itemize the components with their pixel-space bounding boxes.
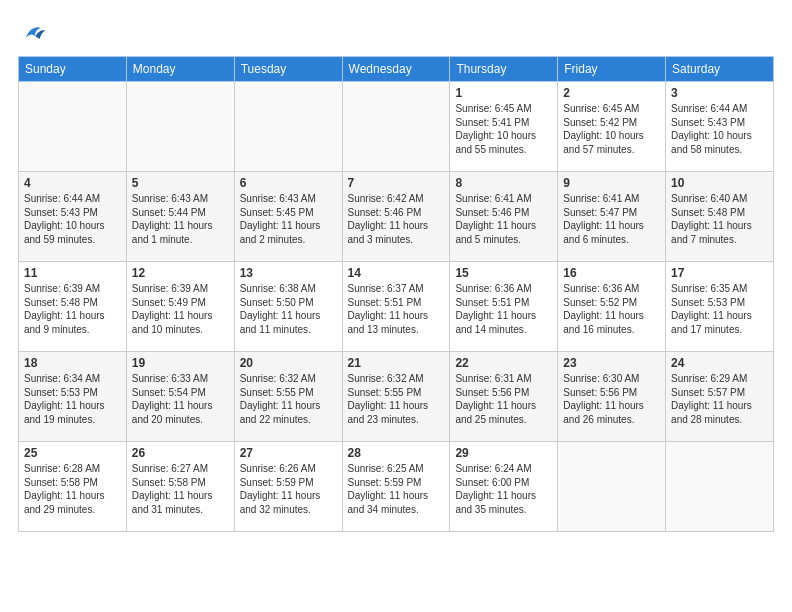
day-number: 24 xyxy=(671,356,768,370)
day-info: Sunrise: 6:25 AM Sunset: 5:59 PM Dayligh… xyxy=(348,463,429,515)
day-number: 20 xyxy=(240,356,337,370)
day-info: Sunrise: 6:44 AM Sunset: 5:43 PM Dayligh… xyxy=(24,193,105,245)
day-info: Sunrise: 6:36 AM Sunset: 5:52 PM Dayligh… xyxy=(563,283,644,335)
calendar-cell: 23Sunrise: 6:30 AM Sunset: 5:56 PM Dayli… xyxy=(558,352,666,442)
day-number: 15 xyxy=(455,266,552,280)
calendar-cell: 5Sunrise: 6:43 AM Sunset: 5:44 PM Daylig… xyxy=(126,172,234,262)
calendar-week-row: 18Sunrise: 6:34 AM Sunset: 5:53 PM Dayli… xyxy=(19,352,774,442)
calendar-cell: 18Sunrise: 6:34 AM Sunset: 5:53 PM Dayli… xyxy=(19,352,127,442)
calendar-cell: 26Sunrise: 6:27 AM Sunset: 5:58 PM Dayli… xyxy=(126,442,234,532)
calendar-cell: 19Sunrise: 6:33 AM Sunset: 5:54 PM Dayli… xyxy=(126,352,234,442)
day-number: 25 xyxy=(24,446,121,460)
day-number: 3 xyxy=(671,86,768,100)
calendar-cell: 25Sunrise: 6:28 AM Sunset: 5:58 PM Dayli… xyxy=(19,442,127,532)
calendar-day-header: Saturday xyxy=(666,57,774,82)
day-number: 16 xyxy=(563,266,660,280)
calendar-cell: 3Sunrise: 6:44 AM Sunset: 5:43 PM Daylig… xyxy=(666,82,774,172)
day-number: 14 xyxy=(348,266,445,280)
day-info: Sunrise: 6:43 AM Sunset: 5:45 PM Dayligh… xyxy=(240,193,321,245)
day-number: 5 xyxy=(132,176,229,190)
day-info: Sunrise: 6:34 AM Sunset: 5:53 PM Dayligh… xyxy=(24,373,105,425)
day-number: 9 xyxy=(563,176,660,190)
calendar-cell: 14Sunrise: 6:37 AM Sunset: 5:51 PM Dayli… xyxy=(342,262,450,352)
day-number: 10 xyxy=(671,176,768,190)
calendar-cell xyxy=(19,82,127,172)
calendar-cell xyxy=(234,82,342,172)
calendar-week-row: 1Sunrise: 6:45 AM Sunset: 5:41 PM Daylig… xyxy=(19,82,774,172)
day-info: Sunrise: 6:32 AM Sunset: 5:55 PM Dayligh… xyxy=(240,373,321,425)
calendar-day-header: Tuesday xyxy=(234,57,342,82)
day-number: 19 xyxy=(132,356,229,370)
calendar-cell: 24Sunrise: 6:29 AM Sunset: 5:57 PM Dayli… xyxy=(666,352,774,442)
day-info: Sunrise: 6:28 AM Sunset: 5:58 PM Dayligh… xyxy=(24,463,105,515)
page: SundayMondayTuesdayWednesdayThursdayFrid… xyxy=(0,0,792,612)
day-info: Sunrise: 6:37 AM Sunset: 5:51 PM Dayligh… xyxy=(348,283,429,335)
calendar-cell xyxy=(558,442,666,532)
day-number: 18 xyxy=(24,356,121,370)
calendar-day-header: Monday xyxy=(126,57,234,82)
day-info: Sunrise: 6:35 AM Sunset: 5:53 PM Dayligh… xyxy=(671,283,752,335)
day-info: Sunrise: 6:44 AM Sunset: 5:43 PM Dayligh… xyxy=(671,103,752,155)
day-number: 7 xyxy=(348,176,445,190)
day-number: 29 xyxy=(455,446,552,460)
calendar-day-header: Sunday xyxy=(19,57,127,82)
header xyxy=(18,18,774,46)
calendar-cell: 22Sunrise: 6:31 AM Sunset: 5:56 PM Dayli… xyxy=(450,352,558,442)
calendar-cell: 11Sunrise: 6:39 AM Sunset: 5:48 PM Dayli… xyxy=(19,262,127,352)
calendar-day-header: Wednesday xyxy=(342,57,450,82)
calendar-cell: 8Sunrise: 6:41 AM Sunset: 5:46 PM Daylig… xyxy=(450,172,558,262)
day-number: 8 xyxy=(455,176,552,190)
calendar-day-header: Thursday xyxy=(450,57,558,82)
calendar-cell: 15Sunrise: 6:36 AM Sunset: 5:51 PM Dayli… xyxy=(450,262,558,352)
day-number: 28 xyxy=(348,446,445,460)
day-number: 23 xyxy=(563,356,660,370)
calendar-cell: 10Sunrise: 6:40 AM Sunset: 5:48 PM Dayli… xyxy=(666,172,774,262)
day-info: Sunrise: 6:43 AM Sunset: 5:44 PM Dayligh… xyxy=(132,193,213,245)
day-info: Sunrise: 6:38 AM Sunset: 5:50 PM Dayligh… xyxy=(240,283,321,335)
calendar-cell xyxy=(342,82,450,172)
day-info: Sunrise: 6:39 AM Sunset: 5:49 PM Dayligh… xyxy=(132,283,213,335)
calendar-header-row: SundayMondayTuesdayWednesdayThursdayFrid… xyxy=(19,57,774,82)
day-info: Sunrise: 6:24 AM Sunset: 6:00 PM Dayligh… xyxy=(455,463,536,515)
day-number: 13 xyxy=(240,266,337,280)
calendar-cell: 29Sunrise: 6:24 AM Sunset: 6:00 PM Dayli… xyxy=(450,442,558,532)
calendar-week-row: 11Sunrise: 6:39 AM Sunset: 5:48 PM Dayli… xyxy=(19,262,774,352)
day-number: 2 xyxy=(563,86,660,100)
day-number: 4 xyxy=(24,176,121,190)
day-number: 12 xyxy=(132,266,229,280)
logo-bird-icon xyxy=(20,18,48,46)
calendar-cell: 17Sunrise: 6:35 AM Sunset: 5:53 PM Dayli… xyxy=(666,262,774,352)
calendar-week-row: 25Sunrise: 6:28 AM Sunset: 5:58 PM Dayli… xyxy=(19,442,774,532)
day-number: 26 xyxy=(132,446,229,460)
day-info: Sunrise: 6:30 AM Sunset: 5:56 PM Dayligh… xyxy=(563,373,644,425)
calendar-cell: 4Sunrise: 6:44 AM Sunset: 5:43 PM Daylig… xyxy=(19,172,127,262)
calendar-cell: 20Sunrise: 6:32 AM Sunset: 5:55 PM Dayli… xyxy=(234,352,342,442)
day-number: 11 xyxy=(24,266,121,280)
calendar-cell: 7Sunrise: 6:42 AM Sunset: 5:46 PM Daylig… xyxy=(342,172,450,262)
calendar-cell: 1Sunrise: 6:45 AM Sunset: 5:41 PM Daylig… xyxy=(450,82,558,172)
day-info: Sunrise: 6:29 AM Sunset: 5:57 PM Dayligh… xyxy=(671,373,752,425)
day-info: Sunrise: 6:42 AM Sunset: 5:46 PM Dayligh… xyxy=(348,193,429,245)
calendar-week-row: 4Sunrise: 6:44 AM Sunset: 5:43 PM Daylig… xyxy=(19,172,774,262)
day-info: Sunrise: 6:41 AM Sunset: 5:47 PM Dayligh… xyxy=(563,193,644,245)
day-number: 21 xyxy=(348,356,445,370)
calendar-cell: 16Sunrise: 6:36 AM Sunset: 5:52 PM Dayli… xyxy=(558,262,666,352)
calendar-cell: 12Sunrise: 6:39 AM Sunset: 5:49 PM Dayli… xyxy=(126,262,234,352)
calendar-cell: 28Sunrise: 6:25 AM Sunset: 5:59 PM Dayli… xyxy=(342,442,450,532)
day-info: Sunrise: 6:45 AM Sunset: 5:42 PM Dayligh… xyxy=(563,103,644,155)
day-info: Sunrise: 6:32 AM Sunset: 5:55 PM Dayligh… xyxy=(348,373,429,425)
calendar-cell: 6Sunrise: 6:43 AM Sunset: 5:45 PM Daylig… xyxy=(234,172,342,262)
calendar-cell: 21Sunrise: 6:32 AM Sunset: 5:55 PM Dayli… xyxy=(342,352,450,442)
calendar-cell: 27Sunrise: 6:26 AM Sunset: 5:59 PM Dayli… xyxy=(234,442,342,532)
day-info: Sunrise: 6:39 AM Sunset: 5:48 PM Dayligh… xyxy=(24,283,105,335)
calendar-cell: 13Sunrise: 6:38 AM Sunset: 5:50 PM Dayli… xyxy=(234,262,342,352)
calendar-cell xyxy=(666,442,774,532)
calendar-cell: 9Sunrise: 6:41 AM Sunset: 5:47 PM Daylig… xyxy=(558,172,666,262)
day-info: Sunrise: 6:31 AM Sunset: 5:56 PM Dayligh… xyxy=(455,373,536,425)
day-number: 17 xyxy=(671,266,768,280)
day-number: 22 xyxy=(455,356,552,370)
day-info: Sunrise: 6:40 AM Sunset: 5:48 PM Dayligh… xyxy=(671,193,752,245)
calendar-day-header: Friday xyxy=(558,57,666,82)
day-info: Sunrise: 6:45 AM Sunset: 5:41 PM Dayligh… xyxy=(455,103,536,155)
calendar-cell xyxy=(126,82,234,172)
